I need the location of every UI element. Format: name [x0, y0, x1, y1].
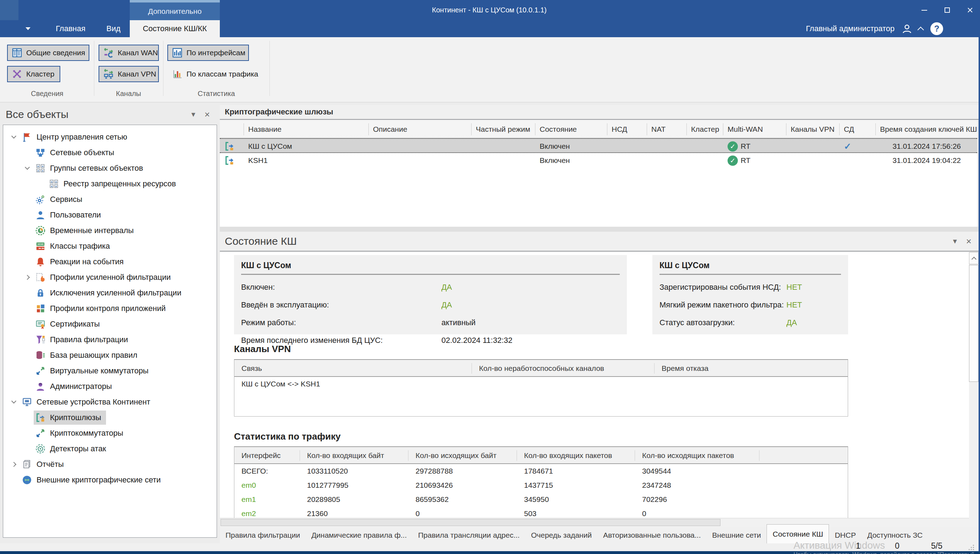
- tree-item-attack-detectors[interactable]: Детекторы атак: [3, 441, 217, 457]
- tree-item-crypto-switches[interactable]: Криптокоммутаторы: [3, 425, 217, 441]
- column-private-mode[interactable]: Частный режим: [472, 123, 535, 135]
- cluster-button[interactable]: Кластер: [7, 66, 60, 82]
- tree-item-continent-devices[interactable]: Сетевые устройства Континент: [3, 394, 217, 410]
- tab-task-queue[interactable]: Очередь заданий: [525, 527, 597, 543]
- tree-item-reports[interactable]: Отчёты: [3, 457, 217, 472]
- expander-closed-icon[interactable]: [21, 269, 34, 285]
- clock-icon: [35, 225, 46, 236]
- tree-item-certificates[interactable]: Сертификаты: [3, 316, 217, 332]
- expander-open-icon[interactable]: [21, 161, 34, 176]
- panel-collapse-icon[interactable]: [953, 237, 957, 246]
- tree-item-external-crypto-networks[interactable]: Внешние криптографические сети: [3, 472, 217, 488]
- tree-item-app-control-profiles[interactable]: Профили контроля приложений: [3, 301, 217, 316]
- tree-item-time-intervals[interactable]: Временные интервалы: [3, 223, 217, 239]
- chevron-up-icon[interactable]: [917, 27, 924, 33]
- vpn-channel-button[interactable]: Канал VPN: [99, 66, 159, 82]
- tree-item-forbidden-resources[interactable]: Реестр запрещенных ресурсов: [3, 176, 217, 192]
- tree-item-decision-rules-db[interactable]: База решающих правил: [3, 347, 217, 363]
- column-description[interactable]: Описание: [369, 123, 472, 135]
- tab-vid[interactable]: Вид: [99, 20, 128, 37]
- tab-dynamic-rules[interactable]: Динамические правила ф...: [306, 527, 412, 543]
- column-in-packets[interactable]: Кол-во входящих пакетов: [517, 450, 635, 461]
- column-state[interactable]: Состояние: [535, 123, 607, 135]
- tree-item-network-objects[interactable]: Сетевые объекты: [3, 145, 217, 161]
- column-multiwan[interactable]: Multi-WAN: [723, 123, 787, 135]
- expander-closed-icon[interactable]: [8, 457, 20, 472]
- traffic-row[interactable]: em1 20289805 86595362 345950 702296: [235, 492, 848, 506]
- traffic-row[interactable]: ВСЕГО: 1033110520 297288788 1784671 3049…: [235, 464, 848, 478]
- menu-dropdown-icon[interactable]: [26, 27, 30, 30]
- tree-item-crypto-gateways[interactable]: Криптошлюзы: [3, 410, 217, 425]
- out-bytes: 210693426: [409, 478, 517, 492]
- column-sd[interactable]: СД: [840, 123, 876, 135]
- by-traffic-classes-button[interactable]: По классам трафика: [168, 66, 263, 82]
- column-nsd[interactable]: НСД: [607, 123, 647, 135]
- lock-icon: [35, 288, 46, 298]
- tab-filtering-rules[interactable]: Правила фильтрации: [220, 527, 306, 543]
- column-keys-time[interactable]: Время создания ключей КШ: [876, 123, 977, 135]
- column-nat[interactable]: NAT: [647, 123, 687, 135]
- gateways-panel-title: Криптографические шлюзы: [220, 105, 978, 120]
- tab-nat-rules[interactable]: Правила трансляции адрес...: [412, 527, 525, 543]
- panel-splitter[interactable]: [220, 227, 980, 232]
- status-panel-title: Состояние КШ: [225, 235, 953, 247]
- horizontal-scrollbar[interactable]: [220, 518, 969, 527]
- tree-item-enhanced-filtering-profiles[interactable]: Профили усиленной фильтрации: [3, 269, 217, 285]
- account-menu[interactable]: Главный администратор: [806, 20, 943, 37]
- close-button[interactable]: [964, 5, 975, 16]
- gateway-row[interactable]: КШ с ЦУСом Включен RT 31.01.2024 17:56:2…: [220, 138, 977, 153]
- tree-item-services[interactable]: Сервисы: [3, 192, 217, 207]
- wan-channel-button[interactable]: Канал WAN: [99, 45, 159, 61]
- tab-authorized-users[interactable]: Авторизованные пользова...: [597, 527, 707, 543]
- flag-icon: [22, 132, 32, 142]
- tree-item-filtering-rules[interactable]: Правила фильтрации: [3, 332, 217, 347]
- panel-close-icon[interactable]: [966, 236, 972, 247]
- tree-item-users[interactable]: Пользователи: [3, 207, 217, 223]
- tab-sostoyanie-ksh-kk[interactable]: Состояние КШ/КК: [130, 20, 220, 37]
- tab-external-networks[interactable]: Внешние сети: [707, 527, 767, 543]
- column-in-bytes[interactable]: Кол-во входящих байт: [300, 450, 409, 461]
- column-vpn-channels[interactable]: Каналы VPN: [787, 123, 840, 135]
- column-interface[interactable]: Интерфейс: [235, 450, 300, 461]
- sidebar-close-icon[interactable]: [204, 109, 210, 120]
- tree-item-filtering-exceptions[interactable]: Исключения усиленной фильтрации: [3, 285, 217, 301]
- ok-check-icon: [728, 141, 738, 151]
- tree-item-administrators[interactable]: Администраторы: [3, 379, 217, 394]
- tree-item-virtual-switches[interactable]: Виртуальные коммутаторы: [3, 363, 217, 379]
- tree-item-network-object-groups[interactable]: Группы сетевых объектов: [3, 161, 217, 176]
- quick-access-area[interactable]: [0, 0, 18, 20]
- traffic-row[interactable]: em0 1012777995 210693426 1437715 2347248: [235, 478, 848, 492]
- tree-item-event-reactions[interactable]: Реакции на события: [3, 254, 217, 269]
- tree-item-control-center[interactable]: Центр управления сетью: [3, 129, 217, 145]
- contextual-tab-group[interactable]: Дополнительно: [130, 0, 220, 20]
- scrollbar-thumb[interactable]: [220, 519, 720, 526]
- in-packets: 1784671: [517, 464, 635, 478]
- column-cluster[interactable]: Кластер: [687, 123, 723, 135]
- status-counter-3: 5/5: [931, 541, 942, 551]
- minimize-button[interactable]: [919, 5, 930, 16]
- ribbon-separator: [270, 41, 270, 96]
- column-link[interactable]: Связь: [235, 363, 472, 374]
- help-icon[interactable]: [931, 22, 943, 35]
- scroll-up-button[interactable]: [969, 252, 978, 264]
- tab-glavnaya[interactable]: Главная: [48, 20, 94, 37]
- column-icon[interactable]: [220, 123, 244, 135]
- column-out-packets[interactable]: Кол-во исходящих пакетов: [635, 450, 760, 461]
- by-interfaces-button[interactable]: По интерфейсам: [168, 45, 249, 61]
- resize-grip-icon[interactable]: [969, 545, 974, 551]
- expander-open-icon[interactable]: [8, 394, 20, 410]
- expander-open-icon[interactable]: [8, 129, 20, 145]
- column-out-bytes[interactable]: Кол-во исходящих байт: [409, 450, 517, 461]
- sidebar-collapse-icon[interactable]: [192, 110, 195, 119]
- column-failed-count[interactable]: Кол-во неработоспособных каналов: [472, 363, 654, 374]
- column-name[interactable]: Название: [244, 123, 369, 135]
- column-fail-time[interactable]: Время отказа: [654, 363, 848, 374]
- tree-item-traffic-classes[interactable]: Классы трафика: [3, 239, 217, 254]
- maximize-button[interactable]: [942, 5, 952, 16]
- out-bytes: 297288788: [409, 464, 517, 478]
- vertical-scrollbar[interactable]: [969, 252, 978, 527]
- vpn-row[interactable]: КШ с ЦУСом <-> KSH1: [235, 377, 848, 391]
- gateway-row[interactable]: KSH1 Включен RT 31.01.2024 19:04:22: [220, 153, 977, 168]
- general-info-button[interactable]: Общие сведения: [7, 45, 89, 61]
- scrollbar-thumb[interactable]: [969, 265, 978, 382]
